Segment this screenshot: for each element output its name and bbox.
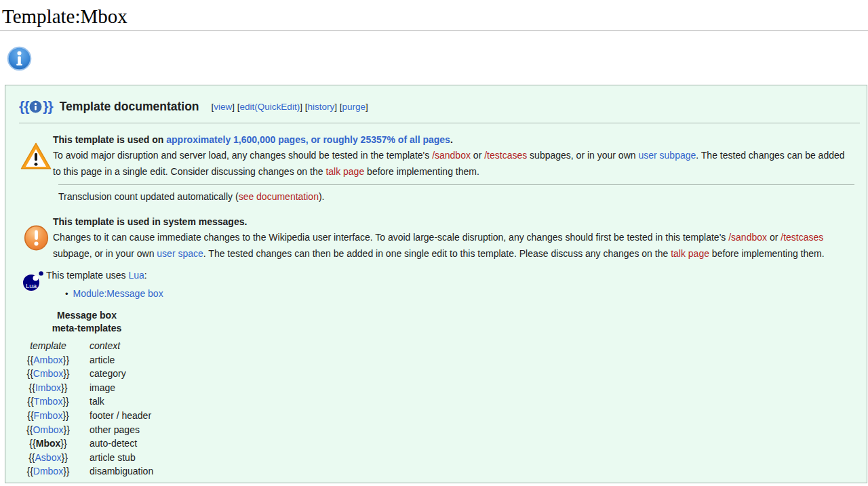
doc-link-edit-quickedit-[interactable]: edit(QuickEdit) <box>240 102 300 112</box>
system-message-notice: This template is used in system messages… <box>19 214 860 262</box>
table-row: {{Asbox}}article stub <box>19 451 175 465</box>
text-run: Changes to it can cause immediate change… <box>53 232 728 243</box>
orange-exclamation-icon <box>24 225 49 251</box>
template-link[interactable]: Ombox <box>33 424 63 435</box>
text-link[interactable]: /sandbox <box>728 232 767 243</box>
template-link[interactable]: Fmbox <box>34 410 63 421</box>
text-link[interactable]: see documentation <box>239 191 319 202</box>
text-run: . The tested changes can then be added i… <box>203 248 671 259</box>
text-link[interactable]: Lua <box>128 270 144 281</box>
template-link[interactable]: Ambox <box>33 355 63 365</box>
doc-title: Template documentation <box>60 100 199 114</box>
text-link[interactable]: approximately 1,600,000 pages, or roughl… <box>166 134 450 145</box>
brace-open: {{ <box>29 382 35 393</box>
brace-close: }} <box>62 410 68 421</box>
doc-header-divider <box>19 123 860 123</box>
context-cell: talk <box>77 394 104 409</box>
table-row: {{Tmbox}}talk <box>19 394 175 409</box>
table-row: {{Dmbox}}disambiguation <box>19 464 175 479</box>
doc-link-view[interactable]: view <box>214 102 232 112</box>
template-cell: {{Asbox}} <box>19 451 77 465</box>
transclusion-text: Transclusion count updated automatically… <box>58 189 854 204</box>
template-link[interactable]: Cmbox <box>33 368 63 379</box>
text-link[interactable]: /testcases <box>484 150 527 161</box>
brace-open: {{ <box>29 438 35 449</box>
context-cell: article <box>77 353 115 367</box>
table-row: {{Cmbox}}category <box>19 367 175 381</box>
template-cell: {{Dmbox}} <box>19 464 77 479</box>
text-link[interactable]: /testcases <box>781 232 823 243</box>
brace-open: {{ <box>27 355 33 365</box>
brace-close: }} <box>63 368 69 379</box>
lua-notice: Lua This template uses Lua: •Module:Mess… <box>19 269 860 300</box>
high-use-icon-cell <box>19 142 53 170</box>
text-link[interactable]: talk page <box>671 248 709 259</box>
template-link[interactable]: Tmbox <box>34 396 63 407</box>
template-cell: {{Tmbox}} <box>19 394 77 409</box>
context-cell: footer / header <box>77 409 151 423</box>
brace-open: {{ <box>19 99 28 114</box>
table-row: {{Ambox}}article <box>19 353 175 367</box>
high-use-paragraph: To avoid major disruption and server loa… <box>53 148 854 180</box>
meta-title-line1: Message box <box>19 309 155 322</box>
doc-header: {{ }} Template documentation [view] [edi… <box>19 98 860 115</box>
text-run: . <box>450 134 453 145</box>
text-run: or <box>471 150 484 161</box>
text-link[interactable]: /sandbox <box>432 150 471 161</box>
context-cell: other pages <box>77 423 140 437</box>
text-run: This template uses <box>46 270 128 281</box>
transclusion-divider <box>58 184 854 185</box>
module-link[interactable]: Module:Message box <box>73 288 163 299</box>
brace-open: {{ <box>27 410 33 421</box>
text-link[interactable]: user space <box>157 248 203 259</box>
lua-module-list: •Module:Message box <box>65 287 860 300</box>
brace-close: }} <box>63 466 69 477</box>
context-cell: disambiguation <box>77 464 153 479</box>
meta-table-header-row: template context <box>19 339 175 353</box>
template-link[interactable]: Dmbox <box>33 466 63 477</box>
brace-open: {{ <box>26 466 33 477</box>
system-paragraph: Changes to it can cause immediate change… <box>53 230 854 262</box>
system-bold-line: This template is used in system messages… <box>53 214 854 230</box>
brace-close: }} <box>62 396 68 407</box>
brace-open: {{ <box>27 396 33 407</box>
table-row: {{Ombox}}other pages <box>19 423 175 437</box>
transclusion-note: Transclusion count updated automatically… <box>58 184 860 204</box>
template-cell: {{Imbox}} <box>19 381 77 395</box>
text-link[interactable]: talk page <box>326 166 364 177</box>
meta-table-title: Message box meta-templates <box>19 309 155 335</box>
table-row: {{Mbox}}auto-detect <box>19 437 175 451</box>
high-use-bold-line: This template is used on approximately 1… <box>53 132 854 148</box>
high-use-body: This template is used on approximately 1… <box>53 132 860 180</box>
doc-link-history[interactable]: history <box>307 102 334 112</box>
high-use-notice: This template is used on approximately 1… <box>19 132 860 180</box>
svg-text:Lua: Lua <box>26 282 37 289</box>
text-run: before implementing them. <box>364 166 479 177</box>
page-title: Template:Mbox <box>0 0 868 31</box>
info-icon[interactable] <box>29 100 42 113</box>
doc-link-purge[interactable]: purge <box>342 102 366 112</box>
table-row: {{Fmbox}}footer / header <box>19 409 175 423</box>
template-link[interactable]: Asbox <box>35 452 62 463</box>
brace-close: }} <box>63 355 69 365</box>
bullet-icon: • <box>65 289 68 299</box>
context-cell: auto-detect <box>77 437 137 451</box>
doc-header-links: [view] [edit(QuickEdit)] [history] [purg… <box>212 102 368 112</box>
table-row: {{Imbox}}image <box>19 381 175 395</box>
text-run: Transclusion count updated automatically… <box>58 191 239 202</box>
info-icon <box>7 46 32 71</box>
brace-close: }} <box>64 424 70 435</box>
text-run: or <box>767 232 781 243</box>
text-run: subpage, or in your own <box>53 248 157 259</box>
system-body: This template is used in system messages… <box>53 214 860 262</box>
context-cell: article stub <box>77 451 136 465</box>
meta-table-grid: template context {{Ambox}}article{{Cmbox… <box>19 339 175 479</box>
meta-title-line2: meta-templates <box>19 322 155 335</box>
brace-close: }} <box>61 452 67 463</box>
template-cell: {{Ambox}} <box>19 353 77 367</box>
template-link[interactable]: Imbox <box>35 382 61 393</box>
text-run: : <box>144 270 147 281</box>
text-link[interactable]: user subpage <box>638 150 696 161</box>
meta-templates-table: Message box meta-templates template cont… <box>19 309 175 479</box>
template-documentation-box: {{ }} Template documentation [view] [edi… <box>5 85 867 483</box>
